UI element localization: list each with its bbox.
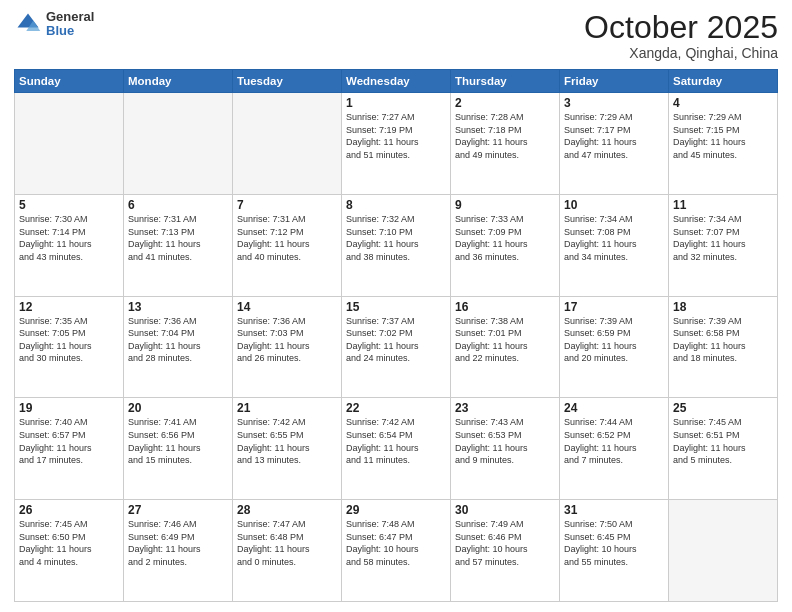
table-row: 4Sunrise: 7:29 AM Sunset: 7:15 PM Daylig…	[669, 93, 778, 195]
day-number: 2	[455, 96, 555, 110]
day-number: 29	[346, 503, 446, 517]
calendar-table: Sunday Monday Tuesday Wednesday Thursday…	[14, 69, 778, 602]
table-row: 3Sunrise: 7:29 AM Sunset: 7:17 PM Daylig…	[560, 93, 669, 195]
day-info: Sunrise: 7:34 AM Sunset: 7:08 PM Dayligh…	[564, 213, 664, 263]
day-info: Sunrise: 7:46 AM Sunset: 6:49 PM Dayligh…	[128, 518, 228, 568]
table-row: 28Sunrise: 7:47 AM Sunset: 6:48 PM Dayli…	[233, 500, 342, 602]
day-number: 15	[346, 300, 446, 314]
col-friday: Friday	[560, 70, 669, 93]
table-row: 15Sunrise: 7:37 AM Sunset: 7:02 PM Dayli…	[342, 296, 451, 398]
table-row: 10Sunrise: 7:34 AM Sunset: 7:08 PM Dayli…	[560, 194, 669, 296]
day-number: 24	[564, 401, 664, 415]
day-number: 21	[237, 401, 337, 415]
day-number: 18	[673, 300, 773, 314]
day-number: 13	[128, 300, 228, 314]
day-info: Sunrise: 7:45 AM Sunset: 6:51 PM Dayligh…	[673, 416, 773, 466]
col-monday: Monday	[124, 70, 233, 93]
col-saturday: Saturday	[669, 70, 778, 93]
day-number: 3	[564, 96, 664, 110]
logo: General Blue	[14, 10, 94, 39]
day-info: Sunrise: 7:36 AM Sunset: 7:04 PM Dayligh…	[128, 315, 228, 365]
day-info: Sunrise: 7:30 AM Sunset: 7:14 PM Dayligh…	[19, 213, 119, 263]
day-info: Sunrise: 7:43 AM Sunset: 6:53 PM Dayligh…	[455, 416, 555, 466]
table-row	[669, 500, 778, 602]
calendar-week-row: 12Sunrise: 7:35 AM Sunset: 7:05 PM Dayli…	[15, 296, 778, 398]
page: General Blue October 2025 Xangda, Qingha…	[0, 0, 792, 612]
header: General Blue October 2025 Xangda, Qingha…	[14, 10, 778, 61]
col-tuesday: Tuesday	[233, 70, 342, 93]
day-number: 5	[19, 198, 119, 212]
table-row: 24Sunrise: 7:44 AM Sunset: 6:52 PM Dayli…	[560, 398, 669, 500]
table-row: 2Sunrise: 7:28 AM Sunset: 7:18 PM Daylig…	[451, 93, 560, 195]
table-row: 6Sunrise: 7:31 AM Sunset: 7:13 PM Daylig…	[124, 194, 233, 296]
day-info: Sunrise: 7:44 AM Sunset: 6:52 PM Dayligh…	[564, 416, 664, 466]
table-row: 9Sunrise: 7:33 AM Sunset: 7:09 PM Daylig…	[451, 194, 560, 296]
calendar-week-row: 1Sunrise: 7:27 AM Sunset: 7:19 PM Daylig…	[15, 93, 778, 195]
day-number: 25	[673, 401, 773, 415]
col-wednesday: Wednesday	[342, 70, 451, 93]
table-row: 5Sunrise: 7:30 AM Sunset: 7:14 PM Daylig…	[15, 194, 124, 296]
day-info: Sunrise: 7:34 AM Sunset: 7:07 PM Dayligh…	[673, 213, 773, 263]
title-location: Xangda, Qinghai, China	[584, 45, 778, 61]
table-row: 23Sunrise: 7:43 AM Sunset: 6:53 PM Dayli…	[451, 398, 560, 500]
day-number: 17	[564, 300, 664, 314]
day-info: Sunrise: 7:35 AM Sunset: 7:05 PM Dayligh…	[19, 315, 119, 365]
day-info: Sunrise: 7:42 AM Sunset: 6:55 PM Dayligh…	[237, 416, 337, 466]
day-info: Sunrise: 7:32 AM Sunset: 7:10 PM Dayligh…	[346, 213, 446, 263]
title-block: October 2025 Xangda, Qinghai, China	[584, 10, 778, 61]
day-number: 19	[19, 401, 119, 415]
day-number: 9	[455, 198, 555, 212]
table-row: 31Sunrise: 7:50 AM Sunset: 6:45 PM Dayli…	[560, 500, 669, 602]
day-number: 11	[673, 198, 773, 212]
day-info: Sunrise: 7:39 AM Sunset: 6:58 PM Dayligh…	[673, 315, 773, 365]
table-row	[15, 93, 124, 195]
calendar-week-row: 26Sunrise: 7:45 AM Sunset: 6:50 PM Dayli…	[15, 500, 778, 602]
table-row: 11Sunrise: 7:34 AM Sunset: 7:07 PM Dayli…	[669, 194, 778, 296]
day-info: Sunrise: 7:45 AM Sunset: 6:50 PM Dayligh…	[19, 518, 119, 568]
calendar-week-row: 5Sunrise: 7:30 AM Sunset: 7:14 PM Daylig…	[15, 194, 778, 296]
logo-blue: Blue	[46, 24, 94, 38]
day-info: Sunrise: 7:31 AM Sunset: 7:13 PM Dayligh…	[128, 213, 228, 263]
table-row: 18Sunrise: 7:39 AM Sunset: 6:58 PM Dayli…	[669, 296, 778, 398]
col-thursday: Thursday	[451, 70, 560, 93]
day-info: Sunrise: 7:42 AM Sunset: 6:54 PM Dayligh…	[346, 416, 446, 466]
day-number: 27	[128, 503, 228, 517]
table-row: 25Sunrise: 7:45 AM Sunset: 6:51 PM Dayli…	[669, 398, 778, 500]
day-number: 23	[455, 401, 555, 415]
day-info: Sunrise: 7:38 AM Sunset: 7:01 PM Dayligh…	[455, 315, 555, 365]
calendar-header-row: Sunday Monday Tuesday Wednesday Thursday…	[15, 70, 778, 93]
table-row: 7Sunrise: 7:31 AM Sunset: 7:12 PM Daylig…	[233, 194, 342, 296]
day-info: Sunrise: 7:50 AM Sunset: 6:45 PM Dayligh…	[564, 518, 664, 568]
day-number: 7	[237, 198, 337, 212]
table-row: 14Sunrise: 7:36 AM Sunset: 7:03 PM Dayli…	[233, 296, 342, 398]
day-number: 12	[19, 300, 119, 314]
day-number: 4	[673, 96, 773, 110]
table-row: 1Sunrise: 7:27 AM Sunset: 7:19 PM Daylig…	[342, 93, 451, 195]
table-row: 12Sunrise: 7:35 AM Sunset: 7:05 PM Dayli…	[15, 296, 124, 398]
table-row: 20Sunrise: 7:41 AM Sunset: 6:56 PM Dayli…	[124, 398, 233, 500]
calendar-week-row: 19Sunrise: 7:40 AM Sunset: 6:57 PM Dayli…	[15, 398, 778, 500]
day-info: Sunrise: 7:49 AM Sunset: 6:46 PM Dayligh…	[455, 518, 555, 568]
table-row: 27Sunrise: 7:46 AM Sunset: 6:49 PM Dayli…	[124, 500, 233, 602]
table-row: 21Sunrise: 7:42 AM Sunset: 6:55 PM Dayli…	[233, 398, 342, 500]
day-number: 26	[19, 503, 119, 517]
table-row: 29Sunrise: 7:48 AM Sunset: 6:47 PM Dayli…	[342, 500, 451, 602]
day-info: Sunrise: 7:31 AM Sunset: 7:12 PM Dayligh…	[237, 213, 337, 263]
table-row: 26Sunrise: 7:45 AM Sunset: 6:50 PM Dayli…	[15, 500, 124, 602]
day-info: Sunrise: 7:48 AM Sunset: 6:47 PM Dayligh…	[346, 518, 446, 568]
day-info: Sunrise: 7:33 AM Sunset: 7:09 PM Dayligh…	[455, 213, 555, 263]
day-info: Sunrise: 7:29 AM Sunset: 7:15 PM Dayligh…	[673, 111, 773, 161]
day-info: Sunrise: 7:47 AM Sunset: 6:48 PM Dayligh…	[237, 518, 337, 568]
day-number: 30	[455, 503, 555, 517]
logo-icon	[14, 10, 42, 38]
day-number: 22	[346, 401, 446, 415]
day-number: 16	[455, 300, 555, 314]
day-number: 20	[128, 401, 228, 415]
day-info: Sunrise: 7:37 AM Sunset: 7:02 PM Dayligh…	[346, 315, 446, 365]
day-info: Sunrise: 7:27 AM Sunset: 7:19 PM Dayligh…	[346, 111, 446, 161]
day-info: Sunrise: 7:29 AM Sunset: 7:17 PM Dayligh…	[564, 111, 664, 161]
day-info: Sunrise: 7:36 AM Sunset: 7:03 PM Dayligh…	[237, 315, 337, 365]
day-info: Sunrise: 7:40 AM Sunset: 6:57 PM Dayligh…	[19, 416, 119, 466]
day-info: Sunrise: 7:28 AM Sunset: 7:18 PM Dayligh…	[455, 111, 555, 161]
table-row: 17Sunrise: 7:39 AM Sunset: 6:59 PM Dayli…	[560, 296, 669, 398]
